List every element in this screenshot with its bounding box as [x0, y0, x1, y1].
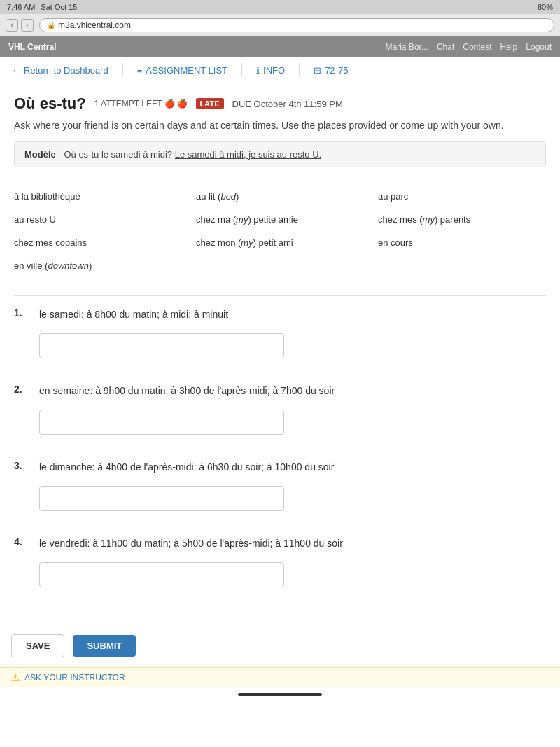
nav-bar: ← Return to Dashboard ≡ ASSIGNMENT LIST … — [0, 57, 560, 83]
vocab-item: au resto U — [14, 211, 182, 228]
arrow-left-icon: ← — [11, 65, 20, 76]
user-name: Maria Bor... — [386, 42, 428, 52]
question-4-number: 4. — [14, 536, 31, 547]
home-indicator — [238, 693, 322, 696]
question-4-text: le vendredi: à 11h00 du matin; à 5h00 de… — [39, 536, 343, 551]
page-title: Où es-tu? — [14, 95, 86, 113]
question-1-section: 1. le samedi: à 8h00 du matin; à midi; à… — [14, 307, 546, 370]
question-2-section: 2. en semaine: à 9h00 du matin; à 3h00 d… — [14, 384, 546, 446]
vocab-item: à la bibliothèque — [14, 188, 182, 204]
app-title: VHL Central — [8, 42, 56, 52]
contest-link[interactable]: Contest — [463, 42, 491, 52]
question-3-row: 3. le dimanche: à 4h00 de l'après-midi; … — [14, 460, 546, 475]
vocab-item: chez mon (my) petit ami — [196, 235, 364, 251]
status-time: 7:46 AM — [7, 3, 35, 11]
ask-instructor-bar[interactable]: ⚠ ASK YOUR INSTRUCTOR — [0, 667, 560, 687]
vocab-item: au lit (bed) — [196, 188, 364, 204]
model-answer: Le samedi à midi, je suis au resto U. — [175, 149, 322, 160]
logout-link[interactable]: Logout — [526, 42, 552, 52]
question-2-row: 2. en semaine: à 9h00 du matin; à 3h00 d… — [14, 384, 546, 398]
question-3-text: le dimanche: à 4h00 de l'après-midi; à 6… — [39, 460, 334, 475]
info-link[interactable]: ℹ INFO — [256, 65, 285, 76]
url-bar[interactable]: 🔒 m3a.vhlcentral.com — [39, 18, 554, 32]
status-date: Sat Oct 15 — [41, 3, 77, 11]
browser-nav[interactable]: ‹ › — [6, 19, 34, 32]
answer-input-2[interactable] — [39, 410, 284, 435]
question-3-section: 3. le dimanche: à 4h00 de l'après-midi; … — [14, 460, 546, 522]
battery-indicator: 80% — [538, 3, 553, 11]
question-4-row: 4. le vendredi: à 11h00 du matin; à 5h00… — [14, 536, 546, 551]
save-button[interactable]: SAVE — [11, 634, 64, 657]
due-date: DUE October 4th 11:59 PM — [232, 99, 343, 109]
help-link[interactable]: Help — [500, 42, 518, 52]
chat-link[interactable]: Chat — [437, 42, 454, 52]
pages-icon: ⊟ — [314, 65, 321, 76]
info-label: INFO — [263, 65, 285, 76]
answer-input-3[interactable] — [39, 486, 284, 511]
home-bar — [0, 687, 560, 701]
question-1-number: 1. — [14, 307, 31, 319]
status-bar: 7:46 AM Sat Oct 15 80% — [0, 0, 560, 14]
vocab-item — [196, 258, 364, 274]
question-1-row: 1. le samedi: à 8h00 du matin; à midi; à… — [14, 307, 546, 322]
vocab-item: chez mes (my) parents — [378, 211, 546, 228]
model-label: Modèle — [24, 149, 56, 160]
assignment-description: Ask where your friend is on certain days… — [14, 118, 546, 133]
section-divider — [14, 295, 546, 296]
answer-input-4[interactable] — [39, 562, 284, 587]
list-icon: ≡ — [137, 65, 143, 76]
return-dashboard-label: Return to Dashboard — [24, 65, 108, 76]
url-text: m3a.vhlcentral.com — [58, 20, 131, 30]
answer-input-1[interactable] — [39, 333, 284, 358]
browser-bar: ‹ › 🔒 m3a.vhlcentral.com — [0, 14, 560, 36]
nav-divider-2 — [241, 63, 242, 77]
nav-divider-3 — [299, 63, 300, 77]
nav-divider-1 — [122, 63, 123, 77]
question-2-number: 2. — [14, 384, 31, 395]
model-box: Modèle Où es-tu le samedi à midi? Le sam… — [14, 141, 546, 167]
vocab-item: au parc — [378, 188, 546, 204]
pages-label: 72-75 — [325, 65, 348, 76]
forward-button[interactable]: › — [21, 19, 34, 32]
question-3-number: 3. — [14, 460, 31, 471]
return-dashboard-link[interactable]: ← Return to Dashboard — [11, 65, 108, 76]
app-nav: Maria Bor... Chat Contest Help Logout — [386, 42, 552, 52]
assignment-list-link[interactable]: ≡ ASSIGNMENT LIST — [137, 65, 227, 76]
attempt-left: 1 ATTEMPT LEFT 🍎 🍎 — [94, 99, 188, 109]
ask-instructor-label: ASK YOUR INSTRUCTOR — [24, 673, 125, 683]
vocab-item: en ville (downtown) — [14, 258, 182, 274]
attempt-text: 1 ATTEMPT LEFT — [94, 99, 162, 109]
apple-icon-1: 🍎 — [164, 99, 175, 109]
main-content: Où es-tu? 1 ATTEMPT LEFT 🍎 🍎 LATE DUE Oc… — [0, 83, 560, 624]
warning-icon: ⚠ — [11, 672, 20, 683]
back-button[interactable]: ‹ — [6, 19, 18, 32]
apple-icon-2: 🍎 — [177, 99, 188, 109]
question-2-text: en semaine: à 9h00 du matin; à 3h00 de l… — [39, 384, 335, 398]
vocab-item: chez ma (my) petite amie — [196, 211, 364, 228]
lock-icon: 🔒 — [47, 21, 55, 29]
bottom-bar: SAVE SUBMIT — [0, 624, 560, 667]
assignment-list-label: ASSIGNMENT LIST — [146, 65, 227, 76]
question-4-section: 4. le vendredi: à 11h00 du matin; à 5h00… — [14, 536, 546, 599]
title-row: Où es-tu? 1 ATTEMPT LEFT 🍎 🍎 LATE DUE Oc… — [14, 95, 546, 113]
question-1-text: le samedi: à 8h00 du matin; à midi; à mi… — [39, 307, 228, 322]
late-badge: LATE — [196, 98, 224, 109]
pages-link[interactable]: ⊟ 72-75 — [314, 65, 348, 76]
vocab-item — [378, 258, 546, 274]
app-header: VHL Central Maria Bor... Chat Contest He… — [0, 36, 560, 57]
info-icon: ℹ — [256, 65, 260, 76]
vocab-item: chez mes copains — [14, 235, 182, 251]
vocabulary-grid: à la bibliothèque au lit (bed) au parc a… — [14, 181, 546, 281]
vocab-item: en cours — [378, 235, 546, 251]
model-question: Où es-tu le samedi à midi? — [64, 149, 172, 160]
submit-button[interactable]: SUBMIT — [73, 635, 136, 657]
